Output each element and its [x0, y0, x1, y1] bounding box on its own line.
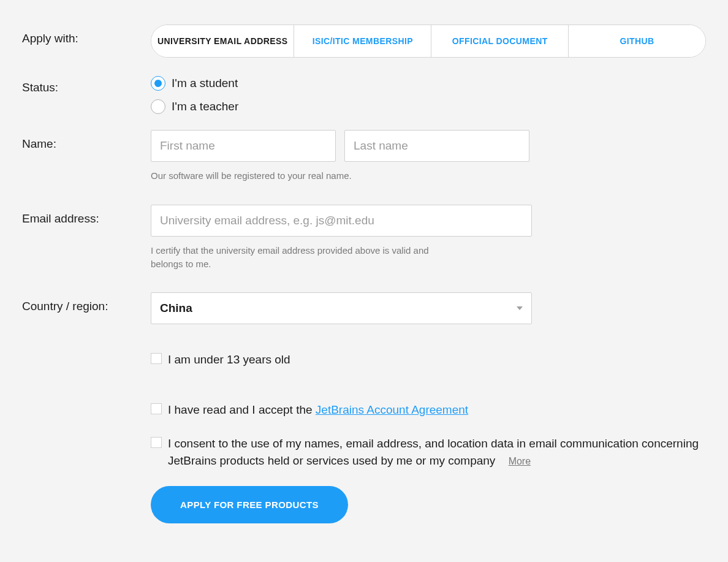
first-name-input[interactable]	[151, 130, 336, 162]
submit-wrap: APPLY FOR FREE PRODUCTS	[151, 486, 706, 523]
radio-teacher-dot[interactable]	[151, 99, 165, 114]
email-input[interactable]	[151, 205, 532, 237]
checkbox-under13-row[interactable]: I am under 13 years old	[151, 351, 706, 368]
consent-text: I consent to the use of my names, email …	[168, 437, 699, 467]
name-label: Name:	[22, 130, 151, 151]
email-label: Email address:	[22, 205, 151, 226]
apply-with-tabs-container: UNIVERSITY EMAIL ADDRESS ISIC/ITIC MEMBE…	[151, 25, 706, 58]
apply-tabs: UNIVERSITY EMAIL ADDRESS ISIC/ITIC MEMBE…	[151, 25, 706, 58]
radio-student[interactable]: I'm a student	[151, 76, 706, 91]
radio-student-dot[interactable]	[151, 76, 165, 91]
chevron-down-icon	[517, 306, 523, 310]
name-inputs	[151, 130, 706, 162]
apply-with-label: Apply with:	[22, 25, 151, 45]
checkbox-consent-row[interactable]: I consent to the use of my names, email …	[151, 435, 706, 469]
email-helper: I certify that the university email addr…	[151, 244, 451, 271]
radio-student-label: I'm a student	[172, 77, 238, 90]
status-radio-group: I'm a student I'm a teacher	[151, 74, 706, 114]
checkbox-consent[interactable]	[151, 437, 162, 448]
status-row: Status: I'm a student I'm a teacher	[22, 74, 706, 114]
name-row: Name: Our software will be registered to…	[22, 130, 706, 183]
country-row: Country / region: China	[22, 292, 706, 324]
checkbox-under13[interactable]	[151, 353, 162, 364]
name-helper: Our software will be registered to your …	[151, 169, 451, 183]
checkbox-agreement-label: I have read and I accept the JetBrains A…	[168, 401, 468, 419]
country-selected-value: China	[160, 302, 192, 315]
last-name-input[interactable]	[344, 130, 529, 162]
country-select[interactable]: China	[151, 292, 532, 324]
country-label: Country / region:	[22, 292, 151, 313]
status-label: Status:	[22, 74, 151, 94]
tab-official-document[interactable]: OFFICIAL DOCUMENT	[431, 25, 569, 57]
radio-teacher[interactable]: I'm a teacher	[151, 99, 706, 114]
tab-university-email[interactable]: UNIVERSITY EMAIL ADDRESS	[151, 25, 294, 57]
tab-isic-itic[interactable]: ISIC/ITIC MEMBERSHIP	[294, 25, 431, 57]
email-row: Email address: I certify that the univer…	[22, 205, 706, 271]
country-control: China	[151, 292, 706, 324]
apply-with-row: Apply with: UNIVERSITY EMAIL ADDRESS ISI…	[22, 25, 706, 58]
checkbox-under13-label: I am under 13 years old	[168, 351, 290, 368]
radio-teacher-label: I'm a teacher	[172, 100, 238, 113]
checkbox-agreement-row[interactable]: I have read and I accept the JetBrains A…	[151, 401, 706, 419]
apply-button[interactable]: APPLY FOR FREE PRODUCTS	[151, 486, 348, 523]
checkbox-consent-label: I consent to the use of my names, email …	[168, 435, 706, 469]
name-control: Our software will be registered to your …	[151, 130, 706, 183]
checkbox-agreement[interactable]	[151, 403, 162, 414]
email-control: I certify that the university email addr…	[151, 205, 706, 271]
tab-github[interactable]: GITHUB	[569, 25, 705, 57]
country-select-wrap: China	[151, 292, 532, 324]
more-link[interactable]: More	[509, 456, 531, 466]
agreement-link[interactable]: JetBrains Account Agreement	[316, 403, 468, 416]
agreement-prefix: I have read and I accept the	[168, 403, 316, 416]
